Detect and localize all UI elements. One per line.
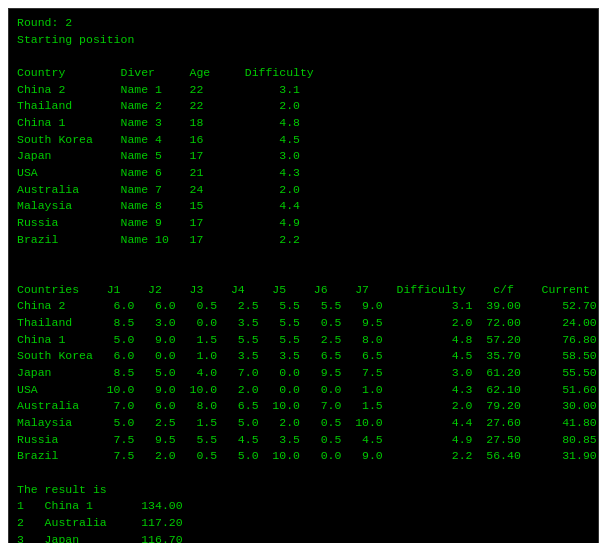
terminal-output: Round: 2 Starting position Country Diver…: [8, 8, 599, 543]
